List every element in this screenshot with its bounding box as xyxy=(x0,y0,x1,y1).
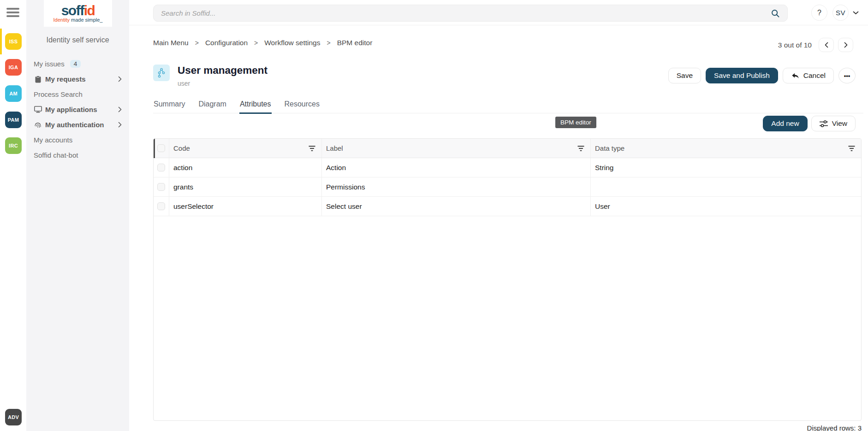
module-badge-irc[interactable]: IRC xyxy=(5,137,22,154)
page-title-block: User management user xyxy=(178,65,268,87)
sidebar-item-soffid-chatbot[interactable]: Soffid chat-bot xyxy=(26,148,129,163)
global-search xyxy=(153,5,788,22)
module-badge-am[interactable]: AM xyxy=(5,85,22,102)
undo-arrow-icon xyxy=(791,72,799,80)
search-icon[interactable] xyxy=(769,7,782,20)
module-badge-iss[interactable]: ISS xyxy=(5,33,22,50)
column-label: Data type xyxy=(595,144,624,152)
cell-data-type[interactable]: User xyxy=(591,197,861,216)
column-label: Code xyxy=(173,144,190,152)
chevron-down-icon[interactable] xyxy=(853,11,859,15)
column-header-code[interactable]: Code xyxy=(169,139,322,158)
row-checkbox-cell xyxy=(154,177,169,196)
displayed-rows-counter: Displayed rows: 3 xyxy=(153,424,862,431)
breadcrumb-separator: > xyxy=(254,39,258,47)
breadcrumb-configuration[interactable]: Configuration xyxy=(205,39,248,47)
cell-label[interactable]: Action xyxy=(322,158,591,177)
row-checkbox[interactable] xyxy=(157,202,165,210)
table-toolbar: BPM editor Add new View xyxy=(153,116,856,134)
more-actions-button[interactable]: ••• xyxy=(838,68,856,83)
breadcrumb-main-menu[interactable]: Main Menu xyxy=(153,39,189,47)
hamburger-menu-icon[interactable] xyxy=(6,8,19,19)
breadcrumb-bpm-editor[interactable]: BPM editor xyxy=(337,39,373,47)
attributes-table: Code Label Data type action xyxy=(153,138,862,421)
module-iconbar: ISS IGA AM PAM IRC ADV xyxy=(0,0,26,431)
previous-record-button[interactable] xyxy=(819,38,834,52)
cell-label[interactable]: Permissions xyxy=(322,177,591,196)
tab-summary[interactable]: Summary xyxy=(153,100,185,114)
tune-icon xyxy=(820,120,828,127)
sidebar-item-my-issues[interactable]: My issues 4 xyxy=(26,56,129,71)
main-content: ? SV Main Menu > Configuration > Workflo… xyxy=(129,0,868,431)
workflow-icon xyxy=(153,65,170,81)
row-checkbox-cell xyxy=(154,158,169,177)
pager-position: 3 out of 10 xyxy=(778,41,812,49)
module-badge-iga[interactable]: IGA xyxy=(5,59,22,76)
fingerprint-icon xyxy=(34,121,42,129)
cell-code[interactable]: grants xyxy=(169,177,322,196)
cell-code[interactable]: userSelector xyxy=(169,197,322,216)
column-header-label[interactable]: Label xyxy=(322,139,591,158)
filter-icon[interactable] xyxy=(577,146,584,151)
page-title: User management xyxy=(178,65,268,77)
search-input[interactable] xyxy=(161,9,769,17)
sidebar-item-label: Soffid chat-bot xyxy=(34,151,78,159)
sidebar-menu: My issues 4 My requests Process Search M… xyxy=(26,56,129,163)
sidebar-item-label: My accounts xyxy=(34,136,72,144)
save-button[interactable]: Save xyxy=(668,68,701,83)
view-button[interactable]: View xyxy=(811,116,856,131)
next-record-button[interactable] xyxy=(838,38,853,52)
table-header-row: Code Label Data type xyxy=(154,139,861,158)
tab-diagram[interactable]: Diagram xyxy=(198,100,226,114)
workspace-title: Identity self service xyxy=(26,36,129,44)
page-subtitle: user xyxy=(178,80,268,87)
record-pager: 3 out of 10 xyxy=(778,38,853,52)
table-row[interactable]: grants Permissions xyxy=(154,177,861,197)
breadcrumb-workflow-settings[interactable]: Workflow settings xyxy=(264,39,320,47)
soffid-logo[interactable]: soffid Identity made simple_ xyxy=(44,0,112,27)
save-and-publish-button[interactable]: Save and Publish xyxy=(706,68,778,83)
view-label: View xyxy=(832,119,847,128)
module-badge-pam[interactable]: PAM xyxy=(5,112,22,128)
table-row[interactable]: action Action String xyxy=(154,158,861,177)
row-checkbox[interactable] xyxy=(157,164,165,171)
column-header-data-type[interactable]: Data type xyxy=(591,139,861,158)
tab-resources[interactable]: Resources xyxy=(284,100,320,114)
column-label: Label xyxy=(326,144,343,152)
clipboard-icon xyxy=(34,76,42,83)
module-badge-adv[interactable]: ADV xyxy=(5,409,22,425)
cell-label[interactable]: Select user xyxy=(322,197,591,216)
table-row[interactable]: userSelector Select user User xyxy=(154,197,861,216)
cell-data-type[interactable] xyxy=(591,177,861,196)
sidebar-item-my-accounts[interactable]: My accounts xyxy=(26,132,129,148)
add-new-button[interactable]: Add new xyxy=(763,116,807,131)
avatar[interactable]: SV xyxy=(832,5,849,21)
sidebar-item-label: My applications xyxy=(45,106,97,113)
select-all-checkbox[interactable] xyxy=(157,144,165,152)
tab-attributes[interactable]: Attributes xyxy=(239,100,272,114)
sidebar-item-label: Process Search xyxy=(34,90,83,98)
active-module-indicator xyxy=(0,29,2,54)
cell-code[interactable]: action xyxy=(169,158,322,177)
sidebar: soffid Identity made simple_ Identity se… xyxy=(26,0,129,431)
sidebar-item-label: My issues xyxy=(34,60,65,68)
sidebar-item-my-applications[interactable]: My applications xyxy=(26,102,129,117)
header-checkbox-cell xyxy=(154,139,169,158)
sidebar-item-label: My requests xyxy=(45,75,86,83)
cell-data-type[interactable]: String xyxy=(591,158,861,177)
sidebar-item-my-authentication[interactable]: My authentication xyxy=(26,117,129,132)
page-header: User management user Save Save and Publi… xyxy=(153,65,856,87)
row-checkbox[interactable] xyxy=(157,183,165,191)
sidebar-item-process-search[interactable]: Process Search xyxy=(26,87,129,102)
table-body: action Action String grants Permissions … xyxy=(154,158,861,216)
chevron-right-icon xyxy=(118,122,122,128)
header-left-accent xyxy=(154,139,155,158)
chevron-right-icon xyxy=(118,76,122,82)
filter-icon[interactable] xyxy=(848,146,855,151)
help-button[interactable]: ? xyxy=(811,5,827,21)
sidebar-item-my-requests[interactable]: My requests xyxy=(26,71,129,87)
filter-icon[interactable] xyxy=(309,146,315,151)
logo-tagline: Identity made simple_ xyxy=(53,17,102,23)
cancel-button[interactable]: Cancel xyxy=(783,68,834,83)
cancel-label: Cancel xyxy=(803,71,826,80)
